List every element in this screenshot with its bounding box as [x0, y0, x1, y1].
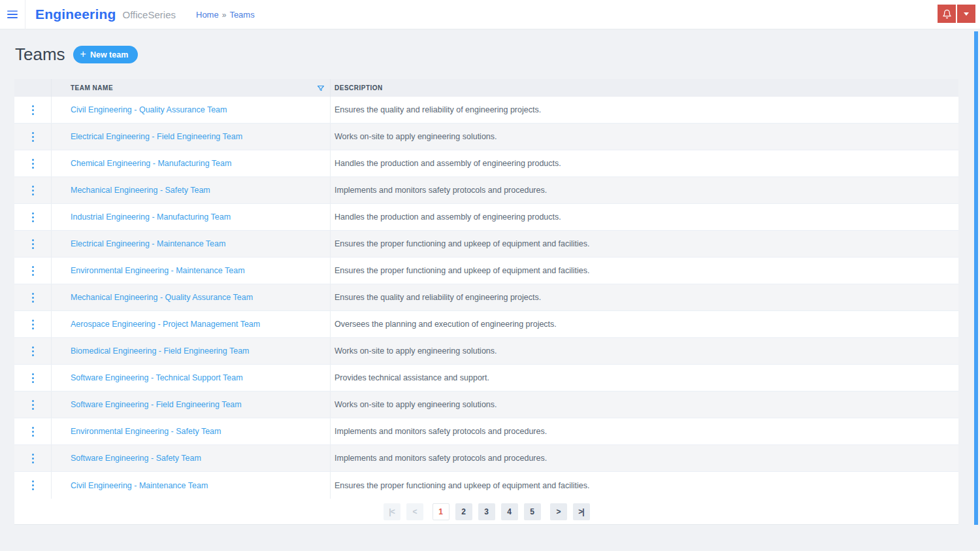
team-name-link[interactable]: Civil Engineering - Quality Assurance Te…: [71, 105, 227, 114]
app-subtitle: OfficeSeries: [123, 9, 176, 20]
team-name-cell: Software Engineering - Field Engineering…: [52, 392, 331, 418]
table-row: Industrial Engineering - Manufacturing T…: [14, 204, 958, 231]
row-actions-cell: [14, 392, 52, 418]
vertical-scrollbar-thumb[interactable]: [974, 31, 978, 525]
row-menu-icon[interactable]: [28, 263, 38, 278]
team-description: Ensures the proper functioning and upkee…: [335, 481, 590, 490]
team-name-link[interactable]: Industrial Engineering - Manufacturing T…: [71, 212, 231, 222]
row-menu-icon[interactable]: [28, 129, 38, 144]
table-header: TEAM NAME DESCRIPTION: [14, 79, 958, 97]
team-name-cell: Software Engineering - Safety Team: [52, 445, 331, 471]
pagination-page-button[interactable]: 5: [524, 503, 541, 520]
table-row: Electrical Engineering - Maintenance Tea…: [14, 231, 958, 258]
row-menu-icon[interactable]: [28, 478, 38, 493]
table-row: Software Engineering - Safety Team Imple…: [14, 445, 958, 472]
description-cell: Implements and monitors safety protocols…: [331, 445, 958, 471]
pagination-pages: 1 2 3 4 5: [433, 503, 541, 520]
row-actions-cell: [14, 124, 52, 150]
row-menu-icon[interactable]: [28, 451, 38, 466]
team-description: Provides technical assistance and suppor…: [335, 373, 489, 382]
row-menu-icon[interactable]: [28, 103, 38, 118]
new-team-button[interactable]: + New team: [73, 46, 139, 63]
team-description: Handles the production and assembly of e…: [335, 212, 561, 222]
team-name-link[interactable]: Environmental Engineering - Safety Team: [71, 427, 221, 436]
row-menu-icon[interactable]: [28, 397, 38, 412]
pagination-last-button[interactable]: >|: [573, 503, 590, 520]
table-row: Environmental Engineering - Maintenance …: [14, 258, 958, 284]
table-row: Electrical Engineering - Field Engineeri…: [14, 124, 958, 150]
notifications-button[interactable]: [938, 5, 956, 23]
team-name-cell: Electrical Engineering - Field Engineeri…: [52, 124, 331, 150]
team-name-link[interactable]: Mechanical Engineering - Safety Team: [71, 186, 210, 195]
row-menu-icon[interactable]: [28, 317, 38, 332]
team-description: Works on-site to apply engineering solut…: [335, 132, 497, 141]
row-actions-cell: [14, 258, 52, 284]
team-name-link[interactable]: Civil Engineering - Maintenance Team: [71, 481, 208, 490]
team-name-link[interactable]: Software Engineering - Field Engineering…: [71, 400, 242, 409]
team-name-column-header: TEAM NAME: [52, 79, 331, 97]
pagination-prev-button[interactable]: <: [406, 503, 423, 520]
row-menu-icon[interactable]: [28, 237, 38, 252]
team-name-cell: Aerospace Engineering - Project Manageme…: [52, 311, 331, 337]
table-row: Software Engineering - Field Engineering…: [14, 392, 958, 418]
team-description: Implements and monitors safety protocols…: [335, 427, 547, 436]
team-name-link[interactable]: Software Engineering - Technical Support…: [71, 373, 243, 382]
team-description: Ensures the proper functioning and upkee…: [335, 266, 590, 275]
team-name-cell: Mechanical Engineering - Safety Team: [52, 177, 331, 203]
team-name-link[interactable]: Mechanical Engineering - Quality Assuran…: [71, 293, 253, 302]
table-row: Environmental Engineering - Safety Team …: [14, 418, 958, 445]
row-actions-cell: [14, 150, 52, 176]
filter-icon[interactable]: [317, 84, 325, 92]
new-team-button-label: New team: [90, 50, 128, 59]
team-name-link[interactable]: Software Engineering - Safety Team: [71, 454, 201, 463]
row-menu-icon[interactable]: [28, 183, 38, 198]
row-actions-cell: [14, 97, 52, 123]
row-actions-cell: [14, 284, 52, 310]
team-name-link[interactable]: Environmental Engineering - Maintenance …: [71, 266, 245, 275]
app-title[interactable]: Engineering: [35, 7, 116, 22]
chevron-down-icon: [964, 12, 969, 16]
row-menu-icon[interactable]: [28, 371, 38, 386]
team-description: Works on-site to apply engineering solut…: [335, 346, 497, 356]
description-cell: Oversees the planning and execution of e…: [331, 311, 958, 337]
breadcrumb-separator: »: [222, 10, 227, 20]
description-cell: Provides technical assistance and suppor…: [331, 365, 958, 391]
row-actions-cell: [14, 204, 52, 230]
breadcrumb-current-link[interactable]: Teams: [229, 10, 254, 20]
menu-icon[interactable]: [0, 0, 25, 29]
team-name-link[interactable]: Chemical Engineering - Manufacturing Tea…: [71, 159, 231, 168]
team-name-cell: Mechanical Engineering - Quality Assuran…: [52, 284, 331, 310]
description-cell: Implements and monitors safety protocols…: [331, 177, 958, 203]
team-name-link[interactable]: Electrical Engineering - Field Engineeri…: [71, 132, 242, 141]
table-row: Mechanical Engineering - Quality Assuran…: [14, 284, 958, 311]
pagination: |< < 1 2 3 4 5 > >|: [384, 503, 590, 520]
team-name-link[interactable]: Electrical Engineering - Maintenance Tea…: [71, 239, 225, 248]
header-dropdown-button[interactable]: [957, 5, 975, 23]
team-name-link[interactable]: Biomedical Engineering - Field Engineeri…: [71, 346, 250, 356]
pagination-next-button[interactable]: >: [550, 503, 567, 520]
team-name-cell: Environmental Engineering - Maintenance …: [52, 258, 331, 284]
row-menu-icon[interactable]: [28, 424, 38, 439]
pagination-page-button[interactable]: 2: [455, 503, 472, 520]
row-actions-cell: [14, 418, 52, 444]
breadcrumb-home-link[interactable]: Home: [196, 10, 219, 20]
description-cell: Implements and monitors safety protocols…: [331, 418, 958, 444]
table-row: Aerospace Engineering - Project Manageme…: [14, 311, 958, 338]
team-name-column-label: TEAM NAME: [71, 84, 113, 92]
team-description: Ensures the quality and reliability of e…: [335, 105, 541, 114]
team-name-link[interactable]: Aerospace Engineering - Project Manageme…: [71, 320, 260, 329]
pagination-page-button[interactable]: 3: [478, 503, 495, 520]
row-menu-icon[interactable]: [28, 344, 38, 359]
header-actions: [938, 5, 975, 23]
pagination-page-button[interactable]: 4: [501, 503, 518, 520]
description-cell: Ensures the quality and reliability of e…: [331, 284, 958, 310]
pagination-first-button[interactable]: |<: [384, 503, 400, 520]
team-description: Implements and monitors safety protocols…: [335, 186, 547, 195]
pagination-row: |< < 1 2 3 4 5 > >|: [14, 499, 958, 524]
description-cell: Works on-site to apply engineering solut…: [331, 338, 958, 364]
row-menu-icon[interactable]: [28, 210, 38, 225]
pagination-page-button[interactable]: 1: [433, 503, 449, 520]
team-name-cell: Biomedical Engineering - Field Engineeri…: [52, 338, 331, 364]
row-menu-icon[interactable]: [28, 290, 38, 305]
row-menu-icon[interactable]: [28, 156, 38, 171]
